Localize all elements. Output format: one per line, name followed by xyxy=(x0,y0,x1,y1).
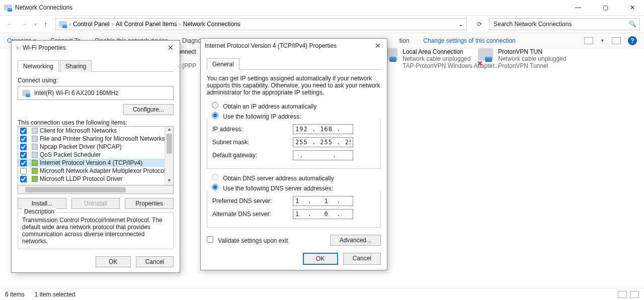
explorer-nav: ← → ▾ ↑ › Control Panel› All Control Pan… xyxy=(0,15,644,33)
item-label: Microsoft LLDP Protocol Driver xyxy=(40,175,123,182)
protocol-icon xyxy=(32,144,38,150)
dialog-title: Internet Protocol Version 4 (TCP/IPv4) P… xyxy=(205,42,337,49)
protocol-icon xyxy=(32,136,38,142)
connect-using-label: Connect using: xyxy=(18,77,174,84)
protocol-icon xyxy=(32,160,38,166)
ok-button[interactable]: OK xyxy=(303,253,338,265)
change-settings[interactable]: Change settings of this connection xyxy=(423,37,515,44)
connection-item[interactable]: ✕ ProtonVPN TUN Network cable unplugged … xyxy=(478,48,566,69)
list-item[interactable]: Npcap Packet Driver (NPCAP) xyxy=(18,143,173,151)
breadcrumb[interactable]: Control Panel xyxy=(73,21,110,28)
adapter-icon xyxy=(22,89,30,97)
item-label: Npcap Packet Driver (NPCAP) xyxy=(40,143,122,150)
adapter-box: Intel(R) Wi-Fi 6 AX200 160MHz xyxy=(18,86,174,100)
dialog-title: Wi-Fi Properties xyxy=(23,44,66,51)
breadcrumb[interactable]: Network Connections xyxy=(183,21,240,28)
titlebar: Network Connections — ▢ ✕ xyxy=(0,0,644,15)
configure-button[interactable]: Configure... xyxy=(123,104,174,115)
minimize-button[interactable]: — xyxy=(571,4,586,11)
close-icon[interactable]: ✕ xyxy=(373,42,383,50)
item-label: Internet Protocol Version 4 (TCP/IPv4) xyxy=(40,159,142,166)
breadcrumb[interactable]: All Control Panel Items xyxy=(116,21,177,28)
protocol-icon xyxy=(32,176,38,182)
tab-sharing[interactable]: Sharing xyxy=(60,60,92,72)
error-icon: ✕ xyxy=(477,59,483,67)
h-scrollbar[interactable] xyxy=(18,185,174,194)
details-view-icon[interactable] xyxy=(618,291,627,298)
search-placeholder: Search Network Connections xyxy=(494,21,572,28)
address-dropdown[interactable]: ⌄ xyxy=(458,21,463,28)
adapter-name: Intel(R) Wi-Fi 6 AX200 160MHz xyxy=(34,89,118,96)
description-text: Transmission Control Protocol/Internet P… xyxy=(22,217,169,245)
item-checkbox[interactable] xyxy=(20,136,27,142)
location-icon xyxy=(59,20,67,28)
item-checkbox[interactable] xyxy=(20,168,27,174)
item-label: Client for Microsoft Networks xyxy=(40,127,117,134)
item-checkbox[interactable] xyxy=(20,176,27,182)
search-icon: 🔍 xyxy=(629,21,636,28)
gateway-input[interactable] xyxy=(293,150,353,160)
list-item[interactable]: Client for Microsoft Networks xyxy=(18,127,173,135)
view-options[interactable] xyxy=(584,37,593,44)
protocol-icon xyxy=(32,152,38,158)
radio-auto-ip[interactable]: Obtain an IP address automatically xyxy=(212,103,316,110)
items-label: This connection uses the following items… xyxy=(18,119,174,126)
advanced-button[interactable]: Advanced... xyxy=(330,235,381,246)
item-checkbox[interactable] xyxy=(20,152,27,158)
window-icon xyxy=(4,4,12,12)
cancel-button[interactable]: Cancel xyxy=(343,253,381,265)
radio-auto-dns: Obtain DNS server address automatically xyxy=(212,175,334,182)
validate-checkbox[interactable]: Validate settings upon exit xyxy=(207,236,288,244)
conn-name: ProtonVPN TUN xyxy=(498,48,566,55)
list-item[interactable]: QoS Packet Scheduler xyxy=(18,151,173,159)
preview-pane[interactable] xyxy=(612,37,621,44)
back-button[interactable]: ← xyxy=(4,18,15,30)
search-box[interactable]: Search Network Connections 🔍 xyxy=(489,18,640,30)
list-item[interactable]: Microsoft LLDP Protocol Driver xyxy=(18,175,173,183)
up-button[interactable]: ↑ xyxy=(42,18,49,30)
item-checkbox[interactable] xyxy=(20,160,27,166)
protocol-icon xyxy=(32,128,38,134)
scrollbar[interactable]: ▲▼ xyxy=(165,127,173,185)
list-item[interactable]: Internet Protocol Version 4 (TCP/IPv4) xyxy=(18,159,173,167)
install-button[interactable]: Install... xyxy=(18,198,66,209)
description-box: Description Transmission Control Protoco… xyxy=(18,212,174,249)
properties-button[interactable]: Properties xyxy=(125,198,174,209)
item-label: File and Printer Sharing for Microsoft N… xyxy=(40,135,165,142)
refresh-button[interactable]: ⟳ xyxy=(473,19,486,30)
help-button[interactable]: ? xyxy=(628,36,637,45)
components-list[interactable]: Client for Microsoft NetworksFile and Pr… xyxy=(18,126,174,185)
alternate-dns-input[interactable] xyxy=(293,209,353,219)
ip-address-input[interactable] xyxy=(293,124,353,134)
ipv4-blurb: You can get IP settings assigned automat… xyxy=(207,75,381,96)
tab-networking[interactable]: Networking xyxy=(18,60,59,72)
status-bar: 6 items 1 item selected xyxy=(0,288,644,300)
maximize-button[interactable]: ▢ xyxy=(598,4,613,11)
close-icon[interactable]: ✕ xyxy=(166,44,176,52)
address-bar[interactable]: › Control Panel› All Control Panel Items… xyxy=(55,18,467,30)
uninstall-button: Uninstall xyxy=(71,198,120,209)
item-checkbox[interactable] xyxy=(20,128,27,134)
status-count: 6 items xyxy=(5,291,25,298)
forward-button[interactable]: → xyxy=(18,18,29,30)
protocol-icon xyxy=(32,168,38,174)
list-item[interactable]: File and Printer Sharing for Microsoft N… xyxy=(18,135,173,143)
item-checkbox[interactable] xyxy=(20,144,27,150)
subnet-mask-input[interactable] xyxy=(293,137,353,147)
close-button[interactable]: ✕ xyxy=(625,4,640,11)
ok-button[interactable]: OK xyxy=(96,256,131,267)
list-item[interactable]: Microsoft Network Adapter Multiplexor Pr… xyxy=(18,167,173,175)
wifi-properties-dialog: ⟡ Wi-Fi Properties ✕ Networking Sharing … xyxy=(11,40,180,273)
window-title: Network Connections xyxy=(15,4,72,11)
preferred-dns-input[interactable] xyxy=(293,196,353,206)
cancel-button[interactable]: Cancel xyxy=(136,256,174,267)
tab-general[interactable]: General xyxy=(207,58,239,70)
wifi-icon: ⟡ xyxy=(16,44,20,51)
recent-dropdown[interactable]: ▾ xyxy=(32,20,39,29)
item-label: Microsoft Network Adapter Multiplexor Pr… xyxy=(40,167,165,174)
large-view-icon[interactable] xyxy=(630,291,639,298)
ipv4-properties-dialog: Internet Protocol Version 4 (TCP/IPv4) P… xyxy=(200,38,387,270)
status-selection: 1 item selected xyxy=(35,291,75,298)
item-label: QoS Packet Scheduler xyxy=(40,151,101,158)
